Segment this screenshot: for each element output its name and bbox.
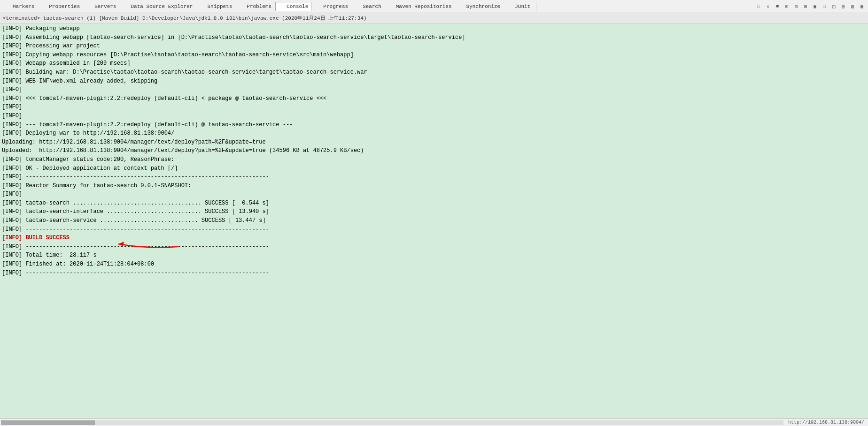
bottom-right-info: http://192.168.81.138:9004/: [784, 420, 868, 425]
tab-data-source[interactable]: Data Source Explorer: [120, 2, 195, 11]
console-line-29: [INFO] ---------------------------------…: [2, 269, 866, 278]
servers-label: Servers: [94, 4, 116, 9]
console-line-11: [INFO] --- tomcat7-maven-plugin:2.2:rede…: [2, 121, 866, 129]
console-line-8: [INFO] <<< tomcat7-maven-plugin:2.2:rede…: [2, 94, 866, 103]
maven-repo-icon: [388, 3, 395, 10]
tab-markers[interactable]: Markers: [2, 2, 37, 11]
properties-label: Properties: [49, 4, 80, 9]
console-icon: [279, 3, 285, 10]
console-line-10: [INFO]: [2, 112, 866, 121]
markers-icon: [5, 3, 11, 10]
toolbar-btn-9[interactable]: ▤: [839, 2, 847, 11]
tab-synchronize[interactable]: Synchronize: [456, 2, 504, 11]
toolbar-btn-5[interactable]: ⊠: [801, 2, 810, 11]
console-line-4: [INFO] Webapp assembled in [209 msecs]: [2, 59, 866, 68]
console-line-7: [INFO]: [2, 85, 866, 94]
console-line-23: [INFO] taotao-search-service ...........…: [2, 216, 866, 225]
tab-progress[interactable]: Progress: [312, 2, 351, 11]
maven-repo-label: Maven Repositories: [396, 4, 452, 9]
console-line-16: [INFO] tomcatManager status code:200, Re…: [2, 155, 866, 164]
bottom-bar: http://192.168.81.138:9004/: [0, 418, 868, 426]
tab-search[interactable]: Search: [352, 2, 384, 11]
toolbar-btn-11[interactable]: ▦: [858, 2, 866, 11]
console-line-1: [INFO] Assembling webapp [taotao-search-…: [2, 33, 866, 42]
console-line-18: [INFO] ---------------------------------…: [2, 173, 866, 182]
scrollbar-thumb[interactable]: [1, 420, 95, 425]
console-wrapper: [INFO] Packaging webapp[INFO] Assembling…: [0, 23, 868, 418]
title-text: <terminated> taotao-search (1) [Maven Bu…: [3, 15, 367, 22]
console-line-13: Uploading: http://192.168.81.138:9004/ma…: [2, 138, 866, 147]
toolbar-btn-6[interactable]: ▣: [811, 2, 819, 11]
scrollbar-track[interactable]: [1, 420, 783, 425]
search-label: Search: [363, 4, 381, 9]
toolbar-btn-4[interactable]: ⊟: [792, 2, 800, 11]
toolbar-btn-10[interactable]: ▥: [848, 2, 857, 11]
properties-icon: [41, 3, 47, 10]
console-line-21: [INFO] taotao-search ...................…: [2, 199, 866, 208]
tab-problems[interactable]: Problems: [236, 2, 274, 11]
console-line-17: [INFO] OK - Deployed application at cont…: [2, 164, 866, 173]
console-line-24: [INFO] ---------------------------------…: [2, 225, 866, 234]
console-line-5: [INFO] Building war: D:\Practise\taotao\…: [2, 68, 866, 77]
search-icon: [355, 3, 361, 10]
console-line-27: [INFO] Total time: 28.117 s: [2, 251, 866, 260]
data-source-icon: [123, 3, 129, 10]
synchronize-label: Synchronize: [466, 4, 501, 9]
console-line-6: [INFO] WEB-INF\web.xml already added, sk…: [2, 77, 866, 86]
console-area[interactable]: [INFO] Packaging webapp[INFO] Assembling…: [0, 23, 868, 418]
junit-label: JUnit: [515, 4, 530, 9]
synchronize-icon: [458, 3, 465, 10]
snippets-label: Snippets: [207, 4, 232, 9]
toolbar: MarkersPropertiesServersData Source Expl…: [0, 0, 868, 13]
tab-servers[interactable]: Servers: [84, 2, 119, 11]
console-label: Console: [287, 4, 308, 9]
progress-icon: [315, 3, 322, 10]
problems-label: Problems: [247, 4, 271, 9]
tab-console[interactable]: Console: [275, 2, 311, 11]
console-line-9: [INFO]: [2, 103, 866, 112]
toolbar-btn-3[interactable]: ⊡: [783, 2, 791, 11]
console-line-28: [INFO] Finished at: 2020-11-24T11:28:04+…: [2, 260, 866, 269]
toolbar-btn-8[interactable]: ◫: [829, 2, 838, 11]
markers-label: Markers: [13, 4, 34, 9]
toolbar-right-buttons: □✕■⊡⊟⊠▣□◫▤▥▦: [754, 2, 866, 11]
console-line-26: [INFO] ---------------------------------…: [2, 243, 866, 251]
toolbar-btn-7[interactable]: □: [820, 2, 829, 11]
console-line-25: [INFO] BUILD SUCCESS: [2, 234, 866, 243]
console-line-19: [INFO] Reactor Summary for taotao-search…: [2, 182, 866, 190]
console-line-2: [INFO] Processing war project: [2, 42, 866, 51]
tab-snippets[interactable]: Snippets: [196, 2, 235, 11]
console-line-3: [INFO] Copying webapp resources [D:\Prac…: [2, 51, 866, 60]
data-source-label: Data Source Explorer: [131, 4, 193, 9]
tab-junit[interactable]: JUnit: [504, 2, 533, 11]
toolbar-btn-1[interactable]: ✕: [764, 2, 772, 11]
toolbar-btn-2[interactable]: ■: [773, 2, 782, 11]
junit-icon: [507, 3, 513, 10]
toolbar-btn-0[interactable]: □: [754, 2, 763, 11]
console-line-14: Uploaded: http://192.168.81.138:9004/man…: [2, 146, 866, 155]
console-line-12: [INFO] Deploying war to http://192.168.8…: [2, 129, 866, 138]
progress-label: Progress: [323, 4, 348, 9]
title-bar: <terminated> taotao-search (1) [Maven Bu…: [0, 13, 868, 23]
tab-group: MarkersPropertiesServersData Source Expl…: [2, 2, 536, 11]
console-line-20: [INFO]: [2, 190, 866, 199]
tab-maven-repo[interactable]: Maven Repositories: [385, 2, 455, 11]
console-line-22: [INFO] taotao-search-interface .........…: [2, 207, 866, 216]
snippets-icon: [199, 3, 206, 10]
tab-properties[interactable]: Properties: [38, 2, 83, 11]
console-line-0: [INFO] Packaging webapp: [2, 24, 866, 33]
problems-icon: [239, 3, 245, 10]
servers-icon: [86, 3, 93, 10]
